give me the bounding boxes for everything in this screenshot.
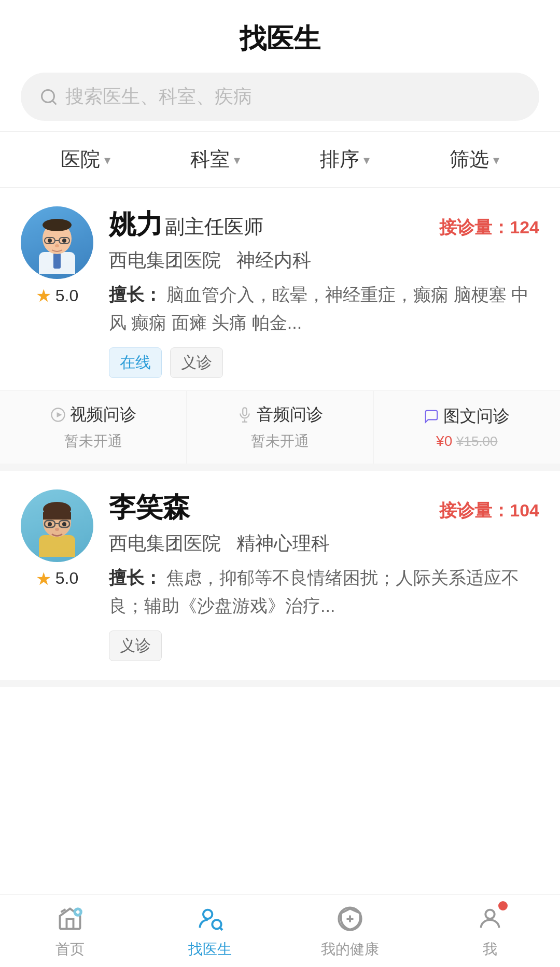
doc-title-1: 副主任医师 (165, 216, 263, 237)
nav-find-doctor[interactable]: 找医生 (140, 895, 280, 968)
chevron-down-icon: ▾ (234, 153, 240, 167)
svg-rect-16 (39, 535, 75, 557)
filter-hospital[interactable]: 医院 ▾ (21, 146, 150, 173)
svg-point-24 (62, 522, 66, 526)
health-icon (334, 903, 366, 934)
rating-value-1: 5.0 (55, 286, 78, 305)
page-title: 找医生 (0, 21, 560, 57)
tag-online-1: 在线 (109, 347, 162, 378)
filter-screen-label: 筛选 (450, 146, 489, 173)
me-icon (474, 903, 506, 934)
avatar-2 (21, 489, 93, 562)
svg-point-10 (62, 239, 66, 243)
search-section: 搜索医生、科室、疾病 (0, 67, 560, 131)
name-row-2: 李笑森 接诊量：104 (109, 489, 539, 526)
svg-line-31 (220, 928, 222, 930)
service-video-name-1: 视频问诊 (50, 403, 136, 426)
hospital-dept-2: 西电集团医院 精神心理科 (109, 531, 539, 556)
svg-point-30 (212, 920, 221, 929)
filter-hospital-label: 医院 (61, 146, 100, 173)
name-title-group-1: 姚力 副主任医师 (109, 206, 263, 243)
home-icon (54, 903, 86, 934)
tags-2: 义诊 (109, 630, 539, 661)
filter-department[interactable]: 科室 ▾ (150, 146, 280, 173)
service-text-name-1: 图文问诊 (424, 405, 510, 428)
service-row-1: 视频问诊 暂未开通 音频问诊 暂未开通 图文问诊 ¥0 ¥15.00 (0, 390, 560, 464)
audio-icon (237, 407, 253, 423)
doctor-face-svg-1 (26, 212, 88, 274)
chevron-down-icon: ▾ (363, 153, 370, 167)
svg-line-1 (52, 100, 56, 104)
card-top-1: ★ 5.0 姚力 副主任医师 接诊量：124 西电集团医院 神经内科 擅长： (21, 206, 539, 378)
doc-name-1: 姚力 (109, 209, 163, 239)
star-icon-2: ★ (36, 568, 51, 589)
nav-health-label: 我的健康 (321, 940, 379, 959)
search-bar[interactable]: 搜索医生、科室、疾病 (21, 73, 539, 121)
doctor-face-svg-2 (26, 495, 88, 557)
consult-count-2: 接诊量：104 (439, 499, 539, 523)
specialty-1: 擅长： 脑血管介入，眩晕，神经重症，癫痫 脑梗塞 中风 癫痫 面瘫 头痛 帕金.… (109, 281, 539, 337)
nav-me[interactable]: 我 (420, 895, 560, 968)
nav-find-doctor-label: 找医生 (188, 940, 232, 959)
nav-home-label: 首页 (55, 940, 85, 959)
avatar-1 (21, 206, 93, 279)
service-video-price-1: 暂未开通 (64, 431, 122, 451)
bottom-nav: 首页 找医生 我的健康 (0, 894, 560, 967)
service-audio-1[interactable]: 音频问诊 暂未开通 (187, 391, 373, 464)
service-text-1[interactable]: 图文问诊 ¥0 ¥15.00 (374, 391, 560, 464)
nav-home[interactable]: 首页 (0, 895, 140, 968)
tag-charity-1: 义诊 (170, 347, 223, 378)
card-info-2: 李笑森 接诊量：104 西电集团医院 精神心理科 擅长： 焦虑，抑郁等不良情绪困… (109, 489, 539, 661)
service-audio-name-1: 音频问诊 (237, 403, 323, 426)
name-row-1: 姚力 副主任医师 接诊量：124 (109, 206, 539, 243)
video-icon (50, 407, 66, 423)
chevron-down-icon: ▾ (493, 153, 499, 167)
search-placeholder-text: 搜索医生、科室、疾病 (65, 84, 252, 109)
svg-point-29 (203, 909, 212, 918)
doctor-card-2: ★ 5.0 李笑森 接诊量：104 西电集团医院 精神心理科 擅长： 焦虑，抑郁… (0, 471, 560, 687)
card-top-2: ★ 5.0 李笑森 接诊量：104 西电集团医院 精神心理科 擅长： 焦虑，抑郁… (21, 489, 539, 661)
hospital-dept-1: 西电集团医院 神经内科 (109, 248, 539, 273)
find-doctor-icon (194, 903, 226, 934)
svg-point-9 (48, 239, 52, 243)
avatar-wrap-2: ★ 5.0 (21, 489, 93, 589)
filter-screen[interactable]: 筛选 ▾ (410, 146, 539, 173)
filter-bar: 医院 ▾ 科室 ▾ 排序 ▾ 筛选 ▾ (0, 132, 560, 188)
service-text-price-1: ¥0 ¥15.00 (436, 433, 497, 450)
service-video-1[interactable]: 视频问诊 暂未开通 (0, 391, 187, 464)
tags-1: 在线 义诊 (109, 347, 539, 378)
chat-icon (424, 409, 439, 424)
svg-point-25 (55, 528, 59, 531)
page-header: 找医生 (0, 0, 560, 67)
svg-point-32 (485, 909, 494, 918)
tag-charity-2: 义诊 (109, 630, 162, 661)
search-icon (39, 88, 58, 106)
star-icon-1: ★ (36, 285, 51, 306)
filter-department-label: 科室 (190, 146, 230, 173)
doc-name-2: 李笑森 (109, 492, 190, 522)
svg-rect-3 (53, 253, 61, 269)
filter-sort[interactable]: 排序 ▾ (280, 146, 410, 173)
chevron-down-icon: ▾ (104, 153, 110, 167)
rating-value-2: 5.0 (55, 569, 78, 588)
svg-point-11 (55, 244, 59, 247)
service-audio-price-1: 暂未开通 (251, 431, 309, 451)
notification-dot (498, 901, 508, 910)
nav-health[interactable]: 我的健康 (280, 895, 420, 968)
svg-point-5 (43, 219, 72, 231)
filter-sort-label: 排序 (320, 146, 359, 173)
svg-marker-13 (57, 412, 62, 417)
doctor-card-1: ★ 5.0 姚力 副主任医师 接诊量：124 西电集团医院 神经内科 擅长： (0, 188, 560, 471)
consult-count-1: 接诊量：124 (439, 216, 539, 240)
specialty-2: 擅长： 焦虑，抑郁等不良情绪困扰；人际关系适应不良；辅助《沙盘游戏》治疗... (109, 564, 539, 620)
rating-2: ★ 5.0 (36, 568, 78, 589)
card-info-1: 姚力 副主任医师 接诊量：124 西电集团医院 神经内科 擅长： 脑血管介入，眩… (109, 206, 539, 378)
svg-rect-19 (43, 512, 71, 520)
nav-me-label: 我 (483, 940, 497, 959)
rating-1: ★ 5.0 (36, 285, 78, 306)
name-title-group-2: 李笑森 (109, 489, 190, 526)
svg-point-23 (48, 522, 52, 526)
avatar-wrap-1: ★ 5.0 (21, 206, 93, 306)
